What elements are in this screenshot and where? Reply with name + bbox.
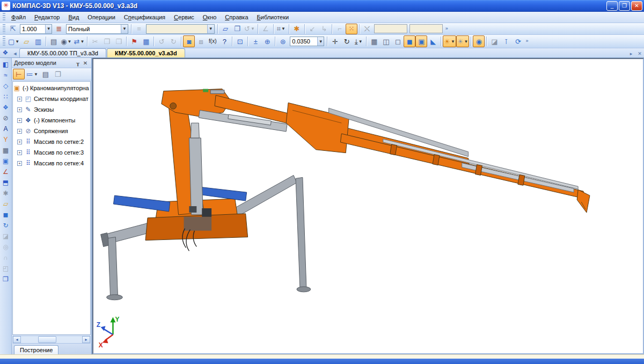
grid-button[interactable]: ⌗▼ xyxy=(275,24,287,34)
panel-close-icon[interactable]: ✕ xyxy=(82,60,89,66)
report-panel-button[interactable]: ▦ xyxy=(1,145,11,155)
new-document-button[interactable]: ▢▼ xyxy=(7,35,20,47)
menu-Редактор[interactable]: Редактор xyxy=(30,13,64,21)
expand-plus-icon[interactable]: + xyxy=(17,97,22,101)
orientation-combo-input[interactable] xyxy=(67,25,121,33)
toolbar2-grip[interactable] xyxy=(3,36,5,46)
rotate-view-button[interactable]: ↻ xyxy=(341,35,353,47)
hidden-thin-button[interactable]: ◻ xyxy=(392,35,404,47)
component-panel-button[interactable]: ◧ xyxy=(1,59,11,69)
pan-button[interactable]: ✛ xyxy=(329,35,341,47)
expand-plus-icon[interactable]: + xyxy=(17,129,22,134)
zoom-combo-input[interactable] xyxy=(290,37,317,46)
menu-Файл[interactable]: Файл xyxy=(7,13,30,21)
assembly-tools-button[interactable]: ⧈ xyxy=(195,35,207,47)
tree-item-6[interactable]: +⠿Массив по сетке:2 xyxy=(13,136,90,147)
orbit-toggle[interactable]: ◉ xyxy=(473,35,485,47)
scroll-left-icon[interactable]: ◂ xyxy=(13,336,21,343)
document-manager-icon[interactable]: ❖ xyxy=(0,48,11,57)
scale-combo[interactable]: ▼ xyxy=(20,24,52,34)
shaded-edges-toggle[interactable]: ▣ xyxy=(415,35,427,47)
chevron-down-icon[interactable]: ▼ xyxy=(121,25,128,33)
tree-structure-toggle[interactable]: ⊢ xyxy=(13,69,25,79)
expand-plus-icon[interactable]: + xyxy=(17,150,22,155)
shaded-toggle[interactable]: ◼ xyxy=(404,35,415,47)
scroll-track[interactable] xyxy=(21,336,82,343)
annotation-panel-button[interactable]: A xyxy=(1,123,11,134)
orientation-button[interactable]: ⤓▼ xyxy=(353,35,364,47)
menu-Сервис[interactable]: Сервис xyxy=(170,13,199,21)
model-viewport[interactable]: Y Z X xyxy=(92,58,644,354)
orientation-combo[interactable]: ▼ xyxy=(66,24,128,34)
menu-Вид[interactable]: Вид xyxy=(64,13,83,21)
wireframe-button[interactable]: ▦ xyxy=(368,35,380,47)
menu-Библиотеки[interactable]: Библиотеки xyxy=(253,13,294,21)
tree-item-8[interactable]: +⠿Массив по сетке:4 xyxy=(13,158,90,169)
convert-button[interactable]: ⇄▼ xyxy=(72,35,85,47)
zoom-scale-button[interactable]: ⊛ xyxy=(277,35,289,47)
tab-construction[interactable]: Построение xyxy=(14,345,58,354)
document-tab-1[interactable]: КМУ-55.00.000 ТП_v3.a3d xyxy=(19,48,106,57)
menu-Справка[interactable]: Справка xyxy=(221,13,252,21)
toolbar2-overflow[interactable]: » xyxy=(524,38,530,45)
xy-coords-icon[interactable]: ⤬ xyxy=(361,24,373,34)
tree-horizontal-scrollbar[interactable]: ◂ ▸ xyxy=(12,336,91,344)
array-panel-button[interactable]: ∷ xyxy=(1,91,11,101)
orientation-list-icon[interactable]: ≣ xyxy=(53,24,65,34)
hidden-lines-button[interactable]: ◫ xyxy=(380,35,392,47)
model-mode-toggle[interactable]: ◙ xyxy=(183,35,195,47)
zoom-in-out-button[interactable]: ± xyxy=(250,35,261,47)
print-preview-button[interactable]: ◉▼ xyxy=(60,35,72,47)
tree-composition-button[interactable]: ≔▼ xyxy=(25,69,39,79)
variables-button[interactable]: f(x) xyxy=(207,35,218,47)
snap-button[interactable]: ✱ xyxy=(291,24,303,34)
zoom-rect-button[interactable]: ⊡ xyxy=(234,35,246,47)
menu-Спецификация[interactable]: Спецификация xyxy=(120,13,170,21)
macro-panel-button[interactable]: ▣ xyxy=(1,156,11,166)
document-tab-2[interactable]: КМУ-55.00.000_v3.a3d xyxy=(107,48,185,57)
tree-properties-button[interactable]: ❐ xyxy=(52,69,64,79)
scale-icon[interactable]: ⇱ xyxy=(7,24,19,34)
context-help-button[interactable]: ? xyxy=(218,35,230,47)
direction-panel-button[interactable]: ❖ xyxy=(1,102,11,112)
surface-panel-button[interactable]: ◇ xyxy=(1,81,11,91)
tab-scroll-left-button[interactable]: ◄ xyxy=(11,51,19,57)
pin-icon[interactable]: ┰ xyxy=(74,60,82,66)
tree-item-1[interactable]: ▣(-) Краноманипуляторна xyxy=(13,83,90,93)
solid-body-button[interactable]: ◼ xyxy=(1,209,11,220)
expand-plus-icon[interactable]: + xyxy=(17,140,22,144)
round-off-toggle[interactable]: ⁙ xyxy=(346,24,357,34)
expand-plus-icon[interactable]: + xyxy=(17,107,22,112)
simplify-display-toggle[interactable]: ☀▼ xyxy=(443,35,456,47)
tree-item-5[interactable]: +⊘Сопряжения xyxy=(13,126,90,136)
perspective-button[interactable]: ◣ xyxy=(427,35,439,47)
scroll-right-icon[interactable]: ▸ xyxy=(82,336,90,343)
sketch-edit-button[interactable]: ▱ xyxy=(219,24,231,34)
lighting-toggle[interactable]: ☀▼ xyxy=(456,35,470,47)
check-document-button[interactable]: ⚑ xyxy=(128,35,140,47)
tree-item-4[interactable]: +❖(-) Компоненты xyxy=(13,115,90,126)
open-button[interactable]: ▱ xyxy=(20,35,32,47)
toolbar1-grip[interactable] xyxy=(3,24,5,33)
scroll-thumb[interactable] xyxy=(38,336,56,343)
minimize-button[interactable]: _ xyxy=(606,1,618,11)
rotate-body-button[interactable]: ↻ xyxy=(1,220,11,230)
save-button[interactable]: ▥ xyxy=(32,35,44,47)
spreadsheet-button[interactable]: ▦ xyxy=(140,35,152,47)
tab-close-button[interactable]: ✕ xyxy=(635,51,644,57)
tab-scroll-right-button[interactable]: ▸ xyxy=(627,51,635,57)
print-button[interactable]: ▤ xyxy=(48,35,60,47)
menu-Операции[interactable]: Операции xyxy=(83,13,119,21)
expand-plus-icon[interactable]: + xyxy=(17,118,22,123)
section-view-button[interactable]: ◪ xyxy=(488,35,500,47)
filter-panel-button[interactable]: Y xyxy=(1,134,11,144)
chevron-down-icon[interactable]: ▼ xyxy=(45,25,52,33)
gear-panel-button[interactable]: ✱ xyxy=(1,188,11,198)
rebuild-button[interactable]: ⟳ xyxy=(512,35,524,47)
scale-combo-input[interactable] xyxy=(20,25,45,33)
extrude-panel-button[interactable]: ⬒ xyxy=(1,177,11,187)
zoom-combo[interactable]: ▼ xyxy=(290,37,324,46)
tree-item-3[interactable]: +✎Эскизы xyxy=(13,104,90,115)
toolbar1-overflow[interactable]: » xyxy=(444,26,450,32)
tree-item-2[interactable]: +◰Системы координат xyxy=(13,93,90,104)
